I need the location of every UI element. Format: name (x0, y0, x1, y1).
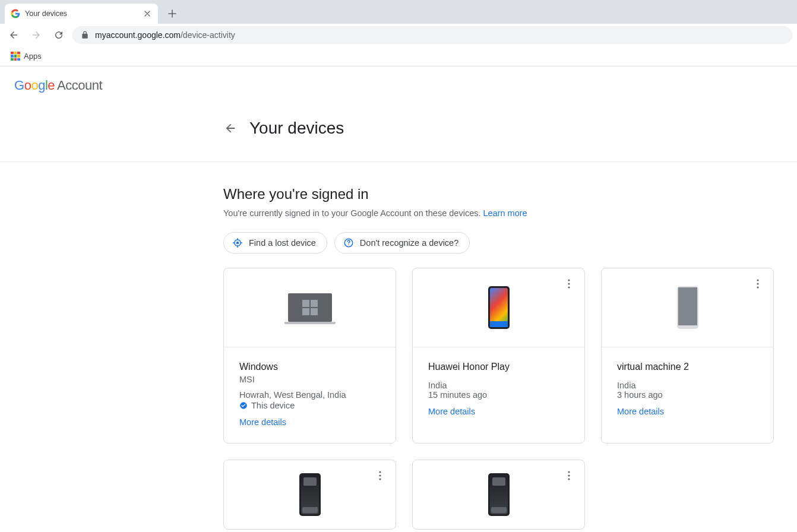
svg-point-3 (348, 245, 349, 246)
svg-point-1 (236, 242, 239, 245)
tab-title: Your devices (25, 10, 138, 18)
check-circle-icon (239, 401, 248, 410)
more-details-link[interactable]: More details (428, 407, 475, 416)
device-card: Windows MSI Howrah, West Bengal, India T… (223, 268, 396, 444)
phone-icon (677, 286, 698, 329)
browser-tab[interactable]: Your devices (5, 4, 158, 24)
app-header: GoogleAccount (0, 66, 797, 104)
url-text: myaccount.google.com/device-activity (95, 30, 235, 40)
device-image (602, 268, 773, 347)
more-details-link[interactable]: More details (617, 407, 664, 416)
chip-label: Find a lost device (249, 238, 316, 248)
device-name: Windows (239, 362, 380, 372)
device-location: India (617, 381, 758, 390)
bookmark-apps-label: Apps (24, 52, 42, 61)
section-subtitle: You're currently signed in to your Googl… (223, 208, 797, 218)
device-subtitle: MSI (239, 375, 380, 384)
help-icon (343, 238, 354, 248)
device-card: Huawei Honor Play India 15 minutes ago M… (412, 268, 585, 444)
nav-back-button[interactable] (5, 26, 23, 44)
phone-icon (488, 286, 510, 329)
phone-icon (299, 473, 321, 516)
lock-icon (81, 31, 89, 39)
device-card (223, 460, 396, 530)
device-image (413, 268, 584, 347)
browser-toolbar: myaccount.google.com/device-activity (0, 24, 797, 46)
close-tab-button[interactable] (143, 9, 152, 18)
device-card (412, 460, 585, 530)
target-icon (232, 238, 243, 248)
device-name: virtual machine 2 (617, 362, 758, 372)
more-details-link[interactable]: More details (239, 417, 286, 427)
bookmarks-bar: Apps (0, 46, 797, 66)
nav-forward-button[interactable] (27, 26, 45, 44)
device-time: 15 minutes ago (428, 390, 569, 400)
bookmark-apps[interactable]: Apps (7, 49, 45, 64)
page-content: Your devices (0, 104, 797, 138)
device-location: India (428, 381, 569, 390)
unknown-device-chip[interactable]: Don't recognize a device? (334, 232, 470, 254)
main-section: Where you're signed in You're currently … (0, 162, 797, 530)
device-image (413, 460, 584, 529)
google-account-logo[interactable]: GoogleAccount (14, 78, 102, 93)
device-time: 3 hours ago (617, 390, 758, 400)
section-title: Where you're signed in (223, 186, 797, 202)
laptop-icon (288, 293, 332, 322)
phone-icon (488, 473, 510, 516)
device-location: Howrah, West Bengal, India (239, 390, 380, 400)
chip-label: Don't recognize a device? (360, 238, 458, 248)
device-card: virtual machine 2 India 3 hours ago More… (601, 268, 774, 444)
page-title: Your devices (249, 119, 344, 138)
back-arrow-button[interactable] (223, 121, 238, 135)
browser-tab-strip: Your devices (0, 0, 797, 24)
favicon-google-icon (11, 9, 20, 18)
device-name: Huawei Honor Play (428, 362, 569, 372)
reload-button[interactable] (50, 26, 68, 44)
apps-grid-icon (11, 52, 20, 61)
address-bar[interactable]: myaccount.google.com/device-activity (72, 26, 792, 44)
find-lost-device-chip[interactable]: Find a lost device (223, 232, 327, 254)
this-device-badge: This device (239, 401, 380, 410)
device-image (224, 268, 396, 347)
learn-more-link[interactable]: Learn more (483, 208, 527, 218)
new-tab-button[interactable] (164, 5, 181, 22)
device-image (224, 460, 396, 529)
